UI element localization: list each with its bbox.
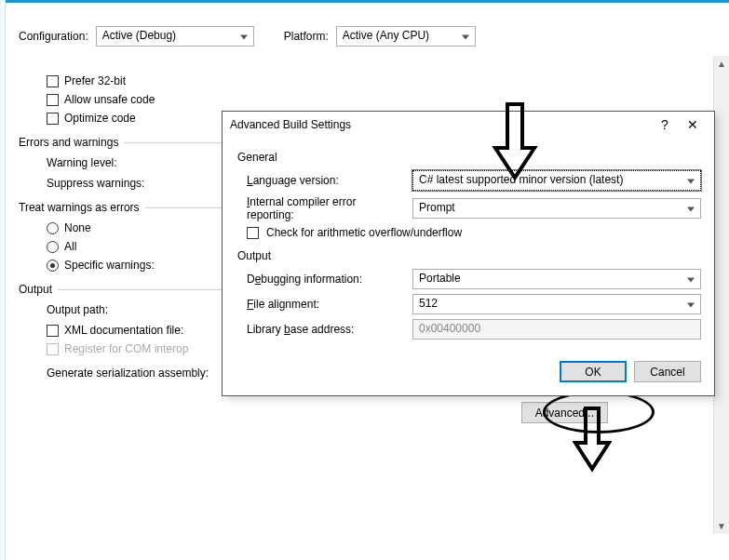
library-base-input[interactable]: 0x00400000 — [412, 319, 701, 340]
overflow-checkbox[interactable] — [247, 227, 259, 239]
config-platform-row: Configuration: Active (Debug) Platform: … — [19, 26, 710, 47]
language-version-combo[interactable]: C# latest supported minor version (lates… — [412, 170, 701, 191]
advanced-build-settings-dialog: Advanced Build Settings ? ✕ General Lang… — [222, 111, 715, 396]
treat-none-radio[interactable] — [47, 222, 59, 234]
internal-error-combo[interactable]: Prompt — [412, 198, 701, 219]
platform-combo[interactable]: Active (Any CPU) — [336, 26, 476, 47]
errors-header-label: Errors and warnings — [19, 136, 118, 149]
internal-error-label: Internal compiler error reporting: — [247, 195, 405, 221]
treat-all-radio[interactable] — [47, 241, 59, 253]
library-base-label: Library base address: — [247, 323, 405, 336]
language-version-label: Language version: — [247, 174, 405, 187]
dialog-output-header: Output — [236, 244, 701, 264]
scroll-down-icon[interactable]: ▼ — [714, 518, 729, 534]
allow-unsafe-label: Allow unsafe code — [64, 93, 155, 106]
warning-level-label: Warning level: — [47, 156, 196, 169]
debug-info-combo[interactable]: Portable — [412, 269, 701, 289]
vertical-scrollbar[interactable]: ▲ ▼ — [713, 56, 729, 534]
dialog-general-header: General — [236, 145, 701, 166]
file-alignment-label: File alignment: — [247, 298, 405, 311]
optimize-label: Optimize code — [64, 112, 136, 125]
output-path-label: Output path: — [47, 303, 196, 316]
xml-doc-checkbox[interactable] — [47, 325, 59, 337]
debug-info-label: Debugging information: — [247, 273, 405, 286]
configuration-label: Configuration: — [19, 30, 88, 43]
advanced-button[interactable]: Advanced... — [521, 402, 608, 423]
gen-serialization-label: Generate serialization assembly: — [47, 367, 223, 380]
platform-label: Platform: — [284, 30, 329, 43]
prefer-32bit-checkbox[interactable] — [47, 75, 59, 87]
treat-none-label: None — [64, 221, 91, 234]
treat-specific-radio[interactable] — [47, 260, 59, 272]
com-interop-label: Register for COM interop — [64, 342, 188, 355]
cancel-button[interactable]: Cancel — [634, 361, 701, 382]
close-icon[interactable]: ✕ — [679, 117, 707, 132]
overflow-label: Check for arithmetic overflow/underflow — [266, 226, 462, 239]
file-alignment-combo[interactable]: 512 — [412, 294, 701, 314]
ok-button[interactable]: OK — [560, 361, 627, 382]
allow-unsafe-checkbox[interactable] — [47, 94, 59, 106]
com-interop-checkbox — [47, 343, 59, 355]
xml-doc-label: XML documentation file: — [64, 324, 183, 337]
output-header-label: Output — [19, 283, 52, 296]
treat-all-label: All — [64, 240, 76, 253]
dialog-title: Advanced Build Settings — [230, 118, 651, 131]
optimize-checkbox[interactable] — [47, 113, 59, 125]
scroll-up-icon[interactable]: ▲ — [714, 56, 729, 72]
configuration-combo[interactable]: Active (Debug) — [96, 26, 254, 47]
treat-header-label: Treat warnings as errors — [19, 201, 140, 214]
suppress-warnings-label: Suppress warnings: — [47, 177, 196, 190]
prefer-32bit-label: Prefer 32-bit — [64, 74, 126, 87]
help-icon[interactable]: ? — [651, 117, 679, 132]
treat-specific-label: Specific warnings: — [64, 259, 155, 272]
